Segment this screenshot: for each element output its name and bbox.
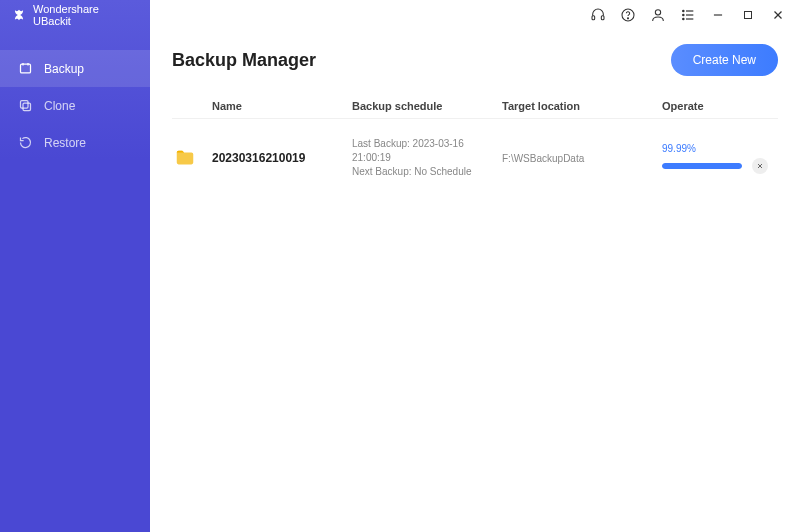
table-header: Name Backup schedule Target location Ope…	[172, 94, 778, 119]
progress-bar	[662, 163, 742, 169]
col-schedule: Backup schedule	[352, 100, 502, 112]
col-target: Target location	[502, 100, 662, 112]
app-name: Wondershare UBackit	[33, 3, 138, 27]
headset-icon[interactable]	[590, 7, 606, 23]
svg-rect-2	[21, 101, 29, 109]
user-icon[interactable]	[650, 7, 666, 23]
butterfly-icon	[12, 8, 26, 22]
backup-table: Name Backup schedule Target location Ope…	[172, 94, 778, 197]
help-icon[interactable]	[620, 7, 636, 23]
menu-icon[interactable]	[680, 7, 696, 23]
progress-percent: 99.99%	[662, 143, 778, 154]
folder-icon	[172, 147, 198, 169]
sidebar-nav: Backup Clone Restore	[0, 30, 150, 161]
minimize-icon[interactable]	[710, 7, 726, 23]
close-icon[interactable]	[770, 7, 786, 23]
page-title: Backup Manager	[172, 50, 316, 71]
titlebar	[150, 0, 800, 30]
restore-icon	[18, 135, 33, 150]
row-schedule: Last Backup: 2023-03-16 21:00:19 Next Ba…	[352, 137, 502, 179]
sidebar: Wondershare UBackit Backup Clone Restore	[0, 0, 150, 532]
col-name: Name	[212, 100, 352, 112]
svg-point-12	[683, 18, 684, 19]
cancel-icon[interactable]	[752, 158, 768, 174]
row-name: 20230316210019	[212, 151, 352, 165]
sidebar-item-clone[interactable]: Clone	[0, 87, 150, 124]
row-target: F:\WSBackupData	[502, 153, 662, 164]
table-row[interactable]: 20230316210019 Last Backup: 2023-03-16 2…	[172, 119, 778, 197]
svg-rect-15	[745, 12, 752, 19]
sidebar-item-restore[interactable]: Restore	[0, 124, 150, 161]
backup-icon	[18, 61, 33, 76]
svg-rect-0	[21, 64, 31, 73]
last-backup-text: Last Backup: 2023-03-16 21:00:19	[352, 137, 502, 165]
clone-icon	[18, 98, 33, 113]
maximize-icon[interactable]	[740, 7, 756, 23]
sidebar-item-label: Backup	[44, 62, 84, 76]
svg-point-6	[627, 18, 628, 19]
content: Backup Manager Create New Name Backup sc…	[150, 30, 800, 532]
row-operate: 99.99%	[662, 143, 778, 174]
page-header: Backup Manager Create New	[172, 44, 778, 76]
create-new-button[interactable]: Create New	[671, 44, 778, 76]
app-logo-bar: Wondershare UBackit	[0, 0, 150, 30]
sidebar-item-label: Clone	[44, 99, 75, 113]
sidebar-item-backup[interactable]: Backup	[0, 50, 150, 87]
svg-rect-3	[592, 16, 595, 20]
col-operate: Operate	[662, 100, 778, 112]
svg-rect-4	[601, 16, 604, 20]
next-backup-text: Next Backup: No Schedule	[352, 165, 502, 179]
main: Backup Manager Create New Name Backup sc…	[150, 0, 800, 532]
sidebar-item-label: Restore	[44, 136, 86, 150]
svg-point-10	[683, 14, 684, 15]
svg-point-7	[655, 10, 660, 15]
svg-rect-1	[23, 103, 31, 111]
svg-point-8	[683, 10, 684, 11]
progress-fill	[662, 163, 742, 169]
